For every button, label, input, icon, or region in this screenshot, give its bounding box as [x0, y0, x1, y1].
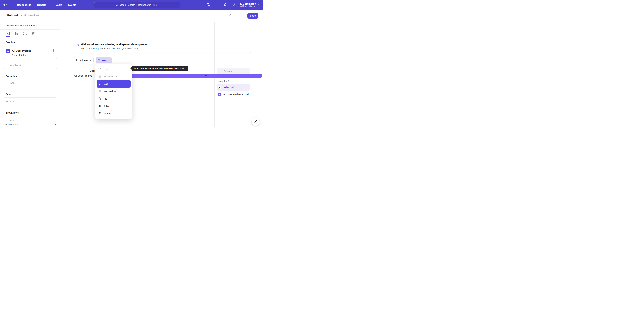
- dropdown-item-stacked-line[interactable]: Stacked Line: [96, 73, 131, 80]
- share-link-floating-button[interactable]: [252, 118, 260, 126]
- add-metric-button[interactable]: Add Metric: [3, 61, 57, 69]
- report-tabs: [0, 30, 60, 37]
- funnels-bars-icon: [15, 32, 18, 35]
- settings-gear-icon[interactable]: [232, 3, 236, 6]
- tab-flows[interactable]: [21, 30, 29, 37]
- plus-icon: [6, 119, 8, 121]
- toolbar-divider: [244, 13, 244, 18]
- copy-link-icon[interactable]: [228, 14, 232, 17]
- bar-chart-icon: [98, 82, 102, 86]
- legend-series-row[interactable]: All User Profiles - Total: [217, 92, 250, 97]
- check-icon: [219, 93, 221, 95]
- add-formula-button[interactable]: Add: [3, 79, 57, 87]
- breakdown-section-header: Breakdown: [6, 111, 19, 114]
- series-checkbox[interactable]: [218, 93, 221, 96]
- nav-item-label: Dashboards: [17, 4, 31, 6]
- legend-search-placeholder: Search: [224, 70, 232, 72]
- kebab-menu-icon[interactable]: [52, 49, 55, 52]
- tab-retention[interactable]: [29, 30, 38, 37]
- check-icon: [219, 86, 221, 88]
- report-title[interactable]: Untitled: [7, 14, 18, 17]
- search-icon: [219, 70, 222, 72]
- nav-items: Dashboards Reports Users Events: [14, 0, 79, 10]
- add-filter-button[interactable]: Add: [3, 98, 57, 106]
- tab-funnels[interactable]: [12, 30, 21, 37]
- nav-item-label: Users: [56, 4, 62, 6]
- help-icon[interactable]: [224, 3, 228, 6]
- chevron-down-icon: [90, 59, 91, 61]
- project-switcher[interactable]: E-Commerce All Project Data: [240, 2, 256, 8]
- chevron-down-icon: [16, 41, 18, 43]
- dropdown-item-label: Stacked Line: [104, 75, 118, 78]
- value-scale-button[interactable]: Linear: [74, 57, 94, 63]
- dropdown-item-line[interactable]: Line: [96, 66, 131, 73]
- breakdown-title: Breakdown: [6, 111, 19, 114]
- main-content: Welcome! You are viewing a Mixpanel demo…: [60, 22, 263, 128]
- dropdown-item-stacked-bar[interactable]: Stacked Bar: [96, 88, 131, 95]
- nav-item-reports[interactable]: Reports: [34, 0, 52, 10]
- info-icon: [76, 44, 79, 47]
- dropdown-item-metric[interactable]: Metric: [96, 110, 131, 117]
- line-chart-icon: [98, 68, 102, 71]
- select-all-checkbox[interactable]: [218, 86, 221, 89]
- chevron-down-icon: [36, 25, 38, 26]
- formulas-section-header: Formulas: [6, 75, 17, 78]
- legend-search-input[interactable]: Search: [217, 68, 250, 74]
- add-description-field[interactable]: + Add description...: [21, 14, 42, 17]
- banner-subtitle: You can use any board you see with your …: [81, 47, 138, 50]
- analyze-entity-value: User: [29, 24, 35, 27]
- mixpanel-logo[interactable]: [3, 4, 11, 6]
- add-metric-label: Add Metric: [10, 64, 22, 66]
- nav-item-events[interactable]: Events: [65, 0, 79, 10]
- analyze-label: Analyze Uniques by: [6, 24, 28, 27]
- select-all-row[interactable]: Select all: [217, 84, 250, 90]
- dropdown-item-bar[interactable]: Bar: [96, 80, 131, 88]
- dropdown-item-table[interactable]: Table: [96, 102, 131, 110]
- dropdown-item-label: Pie: [104, 97, 107, 100]
- nav-item-dashboards[interactable]: Dashboards: [14, 0, 34, 10]
- link-icon: [254, 120, 257, 124]
- aggregation-value: Count Total: [12, 54, 24, 57]
- nav-item-users[interactable]: Users: [52, 0, 65, 10]
- more-options-icon[interactable]: [237, 14, 240, 17]
- report-toolbar: Save: [228, 10, 258, 22]
- banner-title: Welcome! You are viewing a Mixpanel demo…: [81, 43, 148, 46]
- metric-letter-badge: A: [6, 48, 10, 53]
- top-nav: Dashboards Reports Users Events Open Rep…: [0, 0, 263, 10]
- metric-card[interactable]: A All User Profiles Count Total: [3, 46, 57, 59]
- analyze-entity-select[interactable]: User: [29, 24, 38, 27]
- add-formula-label: Add: [10, 82, 14, 84]
- chart-type-button[interactable]: Bar: [96, 57, 112, 63]
- stacked-line-chart-icon: [98, 75, 102, 78]
- give-feedback-link[interactable]: Give Feedback: [3, 123, 18, 126]
- dropdown-item-label: Line: [104, 68, 108, 70]
- tab-insights[interactable]: [4, 30, 12, 37]
- plus-icon: [6, 82, 8, 84]
- add-breakdown-button[interactable]: Add: [3, 116, 57, 121]
- profiles-title: Profiles: [6, 40, 15, 44]
- dropdown-item-pie[interactable]: Pie: [96, 95, 131, 102]
- chart-type-label: Bar: [102, 59, 106, 62]
- data-management-icon[interactable]: [206, 3, 210, 6]
- table-icon: [98, 104, 102, 108]
- nav-item-label: Reports: [37, 4, 46, 6]
- sidebar-footer: Give Feedback: [0, 121, 60, 128]
- report-header: Untitled + Add description... Save: [0, 10, 263, 22]
- aggregation-select[interactable]: Count Total: [12, 54, 26, 57]
- disabled-option-tooltip: Line is not available with no time based…: [132, 66, 188, 71]
- chevron-down-icon: [25, 54, 26, 56]
- collapse-sidebar-icon[interactable]: [53, 123, 56, 126]
- global-search-input[interactable]: Open Reports & Dashboards ⌘ + K: [94, 2, 180, 8]
- plus-icon: [6, 64, 8, 66]
- chevron-down-icon[interactable]: [258, 4, 260, 6]
- project-data-scope: All Project Data: [240, 5, 256, 8]
- search-shortcut: ⌘ + K: [153, 4, 159, 6]
- dropdown-item-label: Bar: [104, 82, 108, 85]
- chevron-down-icon: [108, 59, 110, 61]
- bar-value-label: 25K: [204, 74, 208, 77]
- save-button[interactable]: Save: [247, 13, 258, 18]
- profiles-section-header[interactable]: Profiles: [6, 40, 18, 44]
- tooltip-text: Line is not available with no time based…: [134, 67, 186, 70]
- apps-grid-icon[interactable]: [215, 3, 219, 6]
- sidebar-scroll-area: Analyze Uniques by User Profiles: [0, 22, 60, 121]
